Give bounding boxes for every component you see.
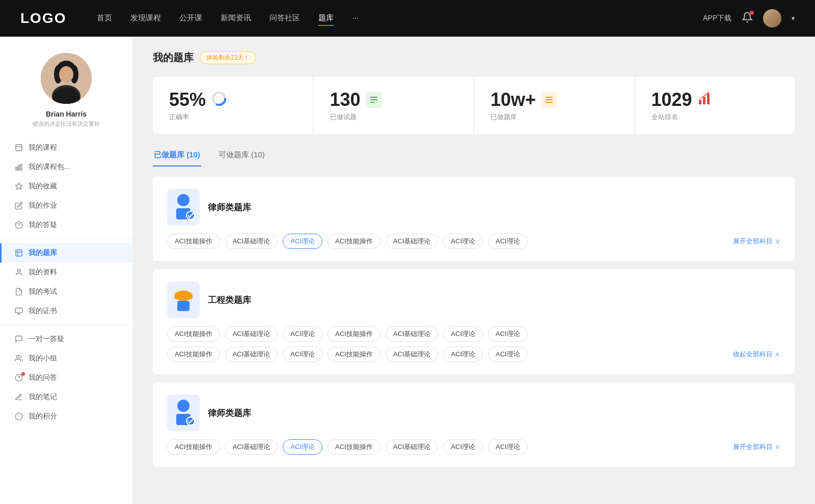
svg-point-42 (177, 194, 189, 206)
tag-item[interactable]: ACI技能操作 (328, 234, 381, 249)
notification-bell-icon[interactable] (742, 12, 753, 25)
avatar[interactable] (763, 9, 781, 27)
profile-motto: 错误的决定比没有决定要好 (33, 120, 100, 128)
sidebar-item-mycert[interactable]: 我的证书 (0, 301, 132, 321)
tag-item[interactable]: ACI理论 (283, 234, 322, 249)
tag-item[interactable]: ACI理论 (443, 234, 483, 249)
sidebar-label-myqa: 我的答疑 (29, 220, 57, 230)
svg-point-21 (16, 355, 19, 358)
tag-item[interactable]: ACI理论 (488, 347, 528, 362)
divider-1 (0, 239, 132, 239)
nav-qa[interactable]: 问答社区 (269, 11, 300, 26)
sidebar-item-myquestion[interactable]: 我的问答 (0, 368, 132, 387)
tag-item[interactable]: ACI基础理论 (225, 347, 278, 362)
person-icon (14, 268, 23, 277)
stat-questions: 130 已做试题 (313, 77, 474, 134)
collapse-link-2[interactable]: 收起全部科目 ∧ (733, 350, 780, 359)
tag-item[interactable]: ACI理论 (443, 439, 483, 455)
sidebar-item-myexam[interactable]: 我的考试 (0, 282, 132, 301)
tag-item[interactable]: ACI基础理论 (225, 439, 278, 455)
stat-rank-value: 1029 (651, 89, 692, 110)
tag-item[interactable]: ACI技能操作 (167, 347, 220, 362)
tag-item[interactable]: ACI基础理论 (386, 234, 439, 249)
stat-questions-row: 130 (330, 89, 457, 110)
bank-card-2: 工程类题库 ACI技能操作 ACI基础理论 ACI理论 ACI技能操作 ACI基… (153, 269, 795, 374)
tag-item[interactable]: ACI技能操作 (167, 439, 220, 455)
sidebar-label-myscores: 我的积分 (29, 412, 57, 421)
navbar: LOGO 首页 发现课程 公开课 新闻资讯 问答社区 题库 ··· APP下载 … (0, 0, 815, 37)
tag-item[interactable]: ACI基础理论 (386, 439, 439, 455)
stat-accuracy-value: 55% (169, 89, 206, 110)
nav-home[interactable]: 首页 (97, 11, 112, 26)
sidebar-item-myfavorite[interactable]: 我的收藏 (0, 177, 132, 196)
app-download-button[interactable]: APP下载 (703, 14, 731, 23)
tag-item[interactable]: ACI理论 (488, 326, 528, 342)
bank-card-3-tags-row: ACI技能操作 ACI基础理论 ACI理论 ACI技能操作 ACI基础理论 AC… (167, 439, 780, 455)
page-title: 我的题库 (153, 51, 194, 65)
svg-marker-13 (15, 183, 22, 189)
nav-questionbank[interactable]: 题库 (318, 11, 334, 26)
sidebar-label-mynote: 我的笔记 (29, 393, 57, 402)
tag-item[interactable]: ACI理论 (283, 326, 322, 342)
tag-item[interactable]: ACI技能操作 (167, 326, 220, 342)
sidebar-item-mybank[interactable]: 我的题库 (0, 243, 132, 263)
sidebar-item-mynote[interactable]: 我的笔记 (0, 387, 132, 407)
nav-opencourse[interactable]: 公开课 (179, 11, 202, 26)
tag-item[interactable]: ACI理论 (488, 439, 528, 455)
sidebar-item-mycoursepack[interactable]: 我的课程包... (0, 157, 132, 177)
tag-item[interactable]: ACI理论 (283, 439, 322, 455)
tag-item[interactable]: ACI理论 (443, 326, 483, 342)
note-icon (14, 393, 23, 402)
nav-discover[interactable]: 发现课程 (130, 11, 161, 26)
sidebar-item-mygroup[interactable]: 我的小组 (0, 349, 132, 368)
sidebar-label-mycoursepack: 我的课程包... (29, 162, 70, 172)
expand-link-1[interactable]: 展开全部科目 ∨ (733, 237, 780, 246)
tag-item[interactable]: ACI技能操作 (328, 347, 381, 362)
nav-news[interactable]: 新闻资讯 (221, 11, 251, 26)
stat-rank: 1029 全站排名 (635, 77, 795, 134)
sidebar-item-myprofile[interactable]: 我的资料 (0, 263, 132, 282)
nav-more[interactable]: ··· (352, 11, 359, 26)
stat-accuracy-row: 55% (169, 89, 296, 110)
tag-item[interactable]: ACI基础理论 (386, 347, 439, 362)
svg-rect-49 (177, 301, 189, 311)
donut-icon (211, 91, 227, 109)
avatar-chevron-icon[interactable]: ▾ (792, 15, 795, 22)
sidebar-item-onetoone[interactable]: 一对一答疑 (0, 329, 132, 349)
stat-accuracy-label: 正确率 (169, 113, 296, 122)
svg-rect-12 (20, 164, 22, 170)
tag-item[interactable]: ACI基础理论 (386, 326, 439, 342)
rank-chart-icon (697, 92, 712, 108)
svg-rect-47 (174, 296, 193, 299)
star-icon (14, 182, 23, 191)
tag-item[interactable]: ACI技能操作 (328, 326, 381, 342)
tag-item[interactable]: ACI理论 (488, 234, 528, 249)
svg-point-40 (707, 92, 709, 94)
page-header: 我的题库 体验剩余23天！ (153, 51, 795, 65)
svg-rect-37 (699, 100, 701, 104)
tab-todo[interactable]: 可做题库 (10) (218, 146, 266, 166)
tag-item[interactable]: ACI理论 (283, 347, 322, 362)
list-icon (366, 92, 382, 108)
stat-banks-value: 10w+ (491, 89, 536, 110)
sidebar-item-myqa[interactable]: 我的答疑 (0, 215, 132, 235)
expand-link-3[interactable]: 展开全部科目 ∨ (733, 442, 780, 452)
svg-rect-20 (15, 308, 22, 313)
sidebar-item-myhomework[interactable]: 我的作业 (0, 196, 132, 215)
tag-item[interactable]: ACI技能操作 (328, 439, 381, 455)
bank-card-1-tags-row: ACI技能操作 ACI基础理论 ACI理论 ACI技能操作 ACI基础理论 AC… (167, 234, 780, 249)
tag-item[interactable]: ACI基础理论 (225, 234, 278, 249)
sidebar-item-mycourse[interactable]: 我的课程 (0, 138, 132, 157)
tag-item[interactable]: ACI技能操作 (167, 234, 220, 249)
tab-done[interactable]: 已做题库 (10) (153, 146, 201, 166)
stat-banks-row: 10w+ (491, 89, 618, 110)
tabs-row: 已做题库 (10) 可做题库 (10) (153, 146, 795, 166)
sidebar-label-myquestion: 我的问答 (29, 373, 57, 382)
stat-banks-label: 已做题库 (491, 113, 618, 122)
book-icon (14, 248, 23, 258)
svg-rect-39 (707, 94, 710, 104)
bank-icon (541, 92, 557, 108)
tag-item[interactable]: ACI基础理论 (225, 326, 278, 342)
sidebar-item-myscores[interactable]: 我的积分 (0, 407, 132, 426)
tag-item[interactable]: ACI理论 (443, 347, 483, 362)
